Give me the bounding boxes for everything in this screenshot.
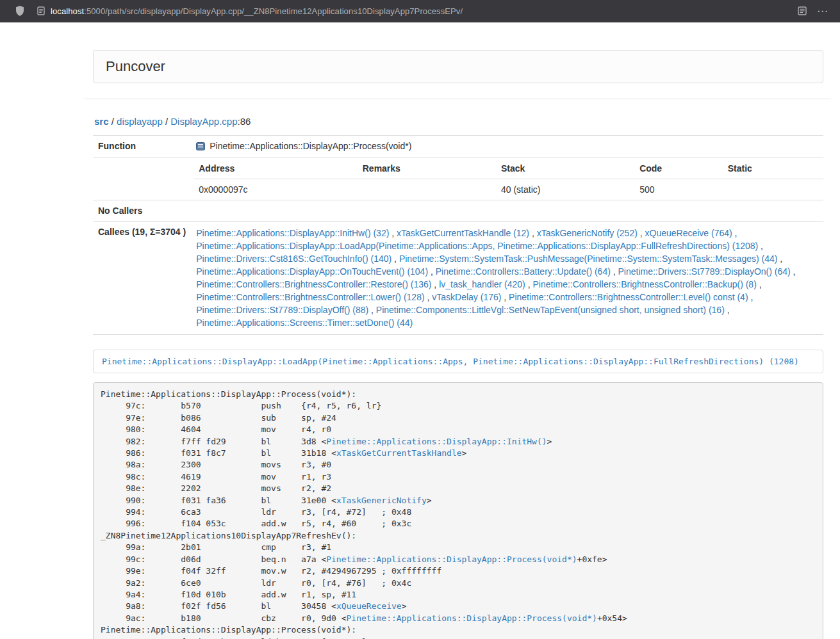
reader-view-icon[interactable] [798,6,807,15]
breadcrumb-separator: / [163,116,171,127]
selected-callee-link[interactable]: Pinetime::Applications::DisplayApp::Load… [102,357,799,366]
breadcrumb-separator: / [109,116,117,127]
callee-link[interactable]: lv_task_handler (420) [439,279,525,289]
function-name: Pinetime::Applications::DisplayApp::Proc… [210,141,411,151]
no-callers-row: No Callers [93,200,823,222]
column-remarks: Remarks [358,158,496,179]
metrics-row-label [93,158,191,200]
remarks-value [358,179,496,200]
page-actions-menu-icon[interactable]: ⋯ [817,6,828,17]
callee-separator: , [431,279,439,289]
callee-link[interactable]: Pinetime::Components::LittleVgl::SetNewT… [376,305,725,315]
callee-link[interactable]: Pinetime::Applications::DisplayApp::OnTo… [196,266,428,277]
function-row: Function Pinetime::Applications::Display… [93,136,823,158]
callee-separator: , [725,305,730,315]
metrics-header-row: Address Remarks Stack Code Static [194,158,823,179]
callee-link[interactable]: vTaskDelay (176) [432,292,501,302]
callee-link[interactable]: xTaskGetCurrentTaskHandle (12) [397,228,529,238]
callee-separator: , [611,266,618,277]
callee-link[interactable]: Pinetime::System::SystemTask::PushMessag… [399,254,778,264]
no-callers-label: No Callers [93,200,191,222]
breadcrumb-file-link[interactable]: DisplayApp.cpp [170,116,237,127]
callee-separator: , [732,228,737,238]
callees-row: Callees (19, Σ=3704 ) Pinetime::Applicat… [93,222,823,335]
column-code: Code [634,158,723,179]
function-icon [196,142,205,152]
callee-separator: , [391,254,399,264]
asm-symbol-link[interactable]: Pinetime::Applications::DisplayApp::Init… [326,437,547,446]
callee-separator: , [525,279,533,289]
stack-value: 40 (static) [496,179,634,200]
asm-symbol-link[interactable]: Pinetime::Applications::DisplayApp::Proc… [347,613,597,623]
callee-separator: , [428,266,436,277]
callee-link[interactable]: xQueueReceive (764) [645,228,732,238]
url-bar[interactable]: localhost:5000/path/src/displayapp/Displ… [32,3,791,20]
callee-link[interactable]: Pinetime::Controllers::BrightnessControl… [509,292,748,302]
callee-separator: , [638,228,645,238]
callee-link[interactable]: Pinetime::Controllers::BrightnessControl… [196,292,424,302]
callee-link[interactable]: Pinetime::Applications::Screens::Timer::… [196,318,413,328]
callee-link[interactable]: Pinetime::Drivers::Cst816S::GetTouchInfo… [196,254,391,264]
url-path: :5000/path/src/displayapp/DisplayApp.cpp… [84,6,463,16]
column-address: Address [194,158,358,179]
page-content: Puncover src / displayapp / DisplayApp.c… [84,50,831,639]
browser-chrome: localhost:5000/path/src/displayapp/Displ… [0,0,840,22]
url-host: localhost [51,6,84,16]
breadcrumb-src-link[interactable]: src [94,116,109,127]
callee-link[interactable]: xTaskGenericNotify (252) [537,228,638,238]
metrics-table: Address Remarks Stack Code Static 0x0000… [194,158,823,200]
chrome-right-icons: ⋯ [798,6,828,17]
page-icon [37,6,45,15]
callee-separator: , [529,228,537,238]
disassembly-block: Pinetime::Applications::DisplayApp::Proc… [93,382,823,639]
breadcrumb-displayapp-link[interactable]: displayapp [117,116,163,127]
callee-separator: , [748,292,754,302]
callee-link[interactable]: Pinetime::Drivers::St7789::DisplayOff() … [196,305,368,315]
site-title: Puncover [106,58,165,74]
breadcrumb-line-number: :86 [238,116,251,127]
callee-separator: , [425,292,432,302]
metrics-row: Address Remarks Stack Code Static 0x0000… [93,158,823,200]
metrics-value-row: 0x0000097c 40 (static) 500 [194,179,823,200]
url-text: localhost:5000/path/src/displayapp/Displ… [51,6,463,16]
callee-link[interactable]: Pinetime::Drivers::St7789::DisplayOn() (… [618,266,791,277]
asm-symbol-link[interactable]: xTaskGetCurrentTaskHandle [336,448,462,458]
callee-separator: , [777,254,782,264]
shield-icon[interactable] [15,6,24,16]
function-label: Function [93,136,191,158]
breadcrumb: src / displayapp / DisplayApp.cpp:86 [94,116,822,127]
callee-separator: , [368,305,376,315]
callees-cell: Pinetime::Applications::DisplayApp::Init… [191,222,823,335]
column-stack: Stack [496,158,634,179]
callees-label: Callees (19, Σ=3704 ) [93,222,191,335]
column-static: Static [723,158,823,179]
callee-link[interactable]: Pinetime::Controllers::Battery::Update()… [436,266,611,277]
asm-symbol-link[interactable]: xQueueReceive [336,601,402,611]
divider [84,99,831,99]
callee-separator: , [389,228,397,238]
callee-separator: , [757,279,762,289]
no-callers-cell [191,200,823,222]
callee-separator: , [758,241,763,251]
callee-link[interactable]: Pinetime::Controllers::BrightnessControl… [532,279,756,289]
callee-link[interactable]: Pinetime::Applications::DisplayApp::Load… [196,241,758,251]
callee-separator: , [791,266,796,277]
asm-symbol-link[interactable]: Pinetime::Applications::DisplayApp::Proc… [326,554,577,564]
callee-link[interactable]: Pinetime::Applications::DisplayApp::Init… [196,228,389,238]
asm-symbol-link[interactable]: xTaskGenericNotify [336,496,427,505]
site-header: Puncover [93,50,823,83]
function-table: Function Pinetime::Applications::Display… [93,135,823,335]
selected-callee-box: Pinetime::Applications::DisplayApp::Load… [93,350,823,373]
callee-link[interactable]: Pinetime::Controllers::BrightnessControl… [196,279,431,289]
address-value: 0x0000097c [194,179,358,200]
static-value [723,179,823,200]
callee-separator: , [501,292,509,302]
code-value: 500 [634,179,723,200]
